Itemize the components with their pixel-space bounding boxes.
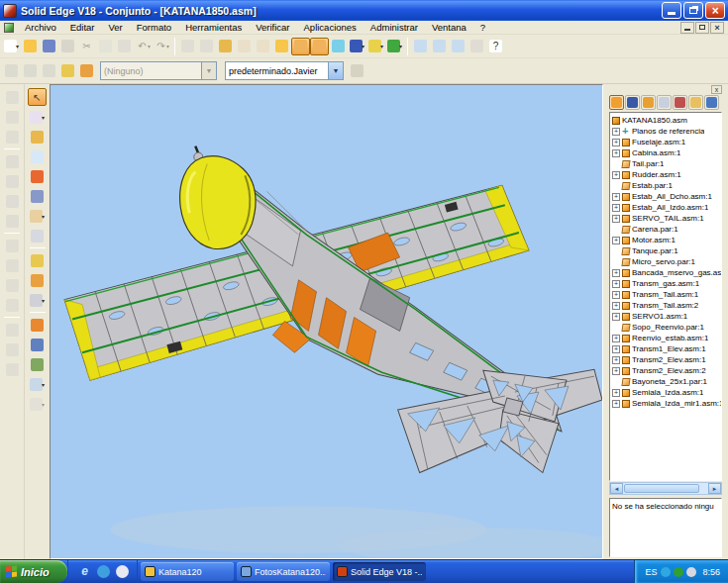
assembly-relationships-button[interactable]: [2, 62, 21, 80]
expand-icon[interactable]: +: [612, 269, 620, 277]
tree-item[interactable]: +Planos de referencia: [612, 126, 721, 137]
cutout-button[interactable]: [3, 152, 22, 170]
tree-item[interactable]: +Transm_gas.asm:1: [612, 278, 721, 289]
move-part-button[interactable]: [28, 251, 47, 269]
show-adjustable-toggle[interactable]: [310, 38, 329, 55]
expand-icon[interactable]: +: [612, 171, 620, 179]
window-style-combo[interactable]: predeterminado.Javier ▼: [225, 61, 344, 80]
tree-item[interactable]: Tanque.par:1: [612, 245, 721, 256]
tree-item[interactable]: +Semiala_Izda.asm:1: [612, 387, 721, 398]
menu-archivo[interactable]: Archivo: [18, 22, 63, 33]
part-library-button[interactable]: [28, 128, 47, 146]
scroll-right-button[interactable]: ▸: [708, 483, 721, 494]
chevron-down-icon[interactable]: ▼: [328, 62, 343, 79]
helix-button[interactable]: [3, 360, 22, 378]
scroll-thumb[interactable]: [624, 484, 699, 493]
tree-item[interactable]: +Transm_Tail.asm:2: [612, 300, 721, 311]
sketch-button[interactable]: ▾: [28, 108, 47, 126]
measure-button[interactable]: ▾: [28, 291, 47, 309]
dropdown-arrow[interactable]: ▾: [42, 401, 45, 408]
chevron-down-icon[interactable]: ▼: [201, 62, 216, 79]
undo-button[interactable]: ↶▾: [134, 38, 153, 55]
rotate-view-button[interactable]: [329, 38, 348, 55]
constraint-button[interactable]: [28, 147, 47, 165]
plane-display-button[interactable]: ▾: [28, 375, 47, 393]
menu-formato[interactable]: Formato: [130, 22, 178, 33]
dropdown-arrow[interactable]: ▾: [362, 43, 364, 49]
tree-item[interactable]: +SERVO1.asm:1: [612, 311, 721, 322]
tree-item[interactable]: Carena.par:1: [612, 224, 721, 235]
taskbar-button[interactable]: Katana120: [141, 562, 234, 581]
dropdown-arrow[interactable]: ▾: [42, 213, 45, 220]
expand-icon[interactable]: +: [612, 356, 620, 364]
open-button[interactable]: [21, 38, 40, 55]
tab-assembly-pathfinder[interactable]: [609, 95, 624, 110]
tree-item[interactable]: +Transm1_Elev.asm:1: [612, 343, 721, 354]
expand-icon[interactable]: +: [612, 335, 620, 342]
tree-item[interactable]: Micro_servo.par:1: [612, 256, 721, 267]
tray-shield-icon[interactable]: [674, 567, 683, 577]
expand-icon[interactable]: +: [612, 149, 620, 157]
select-tool-button[interactable]: ↖: [28, 88, 47, 106]
style-combo[interactable]: (Ninguno) ▼: [100, 61, 217, 80]
menu-ventana[interactable]: Ventana: [425, 22, 473, 33]
draft-button[interactable]: [3, 276, 22, 294]
3d-viewport[interactable]: [50, 84, 603, 559]
expand-icon[interactable]: +: [612, 237, 620, 244]
dropdown-arrow[interactable]: ▾: [16, 43, 19, 49]
visible-edges-button[interactable]: ▾: [366, 38, 385, 55]
dropdown-arrow[interactable]: ▾: [42, 114, 45, 121]
tree-item[interactable]: KATANA1850.asm: [612, 115, 721, 126]
expand-icon[interactable]: +: [612, 128, 620, 136]
tree-item[interactable]: +SERVO_TAIL.asm:1: [612, 213, 721, 224]
dropdown-arrow[interactable]: ▾: [166, 43, 169, 49]
tree-item[interactable]: +Cabina.asm:1: [612, 147, 721, 158]
loft-button[interactable]: [3, 340, 22, 358]
hide-relationships-button[interactable]: [21, 62, 40, 80]
dropdown-arrow[interactable]: ▾: [42, 297, 45, 304]
dropdown-arrow[interactable]: ▾: [42, 381, 45, 388]
help-select-button[interactable]: ?: [486, 38, 505, 55]
fit-button[interactable]: [449, 38, 468, 55]
reference-plane-button[interactable]: [28, 227, 47, 244]
tree-item[interactable]: +Transm_Tail.asm:1: [612, 289, 721, 300]
expand-icon[interactable]: +: [612, 291, 620, 299]
mdi-minimize-button[interactable]: [680, 22, 694, 34]
exploded-view-button[interactable]: [28, 316, 47, 334]
redo-button[interactable]: ↷▾: [153, 38, 171, 55]
dropdown-arrow[interactable]: ▾: [399, 43, 402, 49]
thin-wall-button[interactable]: [3, 237, 22, 254]
expand-icon[interactable]: +: [612, 193, 620, 201]
tab-engineering-reference[interactable]: [704, 95, 719, 110]
quick-launch-internet-explorer-icon[interactable]: e: [76, 563, 93, 580]
tree-item[interactable]: +Semiala_Izda_mir1.asm:1: [612, 398, 721, 409]
zoom-button[interactable]: [430, 38, 449, 55]
edgebar-close-button[interactable]: x: [711, 85, 722, 94]
tray-cd-icon[interactable]: [686, 567, 696, 577]
select-tools-button[interactable]: [58, 62, 77, 80]
dropdown-arrow[interactable]: ▾: [380, 43, 383, 49]
expand-icon[interactable]: +: [612, 302, 620, 310]
tree-item[interactable]: +Transm2_Elev.asm:1: [612, 354, 721, 365]
taskbar-button[interactable]: FotosKatana120...: [237, 562, 330, 581]
menu-administrar[interactable]: Administrar: [364, 22, 425, 33]
show-simplified-toggle[interactable]: [291, 38, 310, 55]
tree-item[interactable]: +Motor.asm:1: [612, 235, 721, 245]
menu-editar[interactable]: Editar: [63, 22, 102, 33]
show-all-parts-button[interactable]: [40, 62, 58, 80]
rib-button[interactable]: [3, 256, 22, 274]
axis-button[interactable]: [28, 187, 47, 205]
tree-horizontal-scrollbar[interactable]: ◂ ▸: [609, 482, 722, 495]
sketch-view-button[interactable]: [468, 38, 486, 55]
expand-icon[interactable]: +: [612, 215, 620, 223]
paste-button[interactable]: [115, 38, 134, 55]
insert-component-button[interactable]: [178, 38, 197, 55]
menu-herramientas[interactable]: Herramientas: [178, 22, 249, 33]
tree-item[interactable]: Bayoneta_25x1.par:1: [612, 376, 721, 387]
close-button[interactable]: ×: [705, 2, 725, 19]
more-tools-button[interactable]: ▾: [28, 395, 47, 413]
mirror-button[interactable]: [3, 321, 22, 339]
tree-item[interactable]: Estab.par:1: [612, 180, 721, 191]
tree-item[interactable]: Tail.par:1: [612, 158, 721, 169]
hole-button[interactable]: [3, 172, 22, 190]
